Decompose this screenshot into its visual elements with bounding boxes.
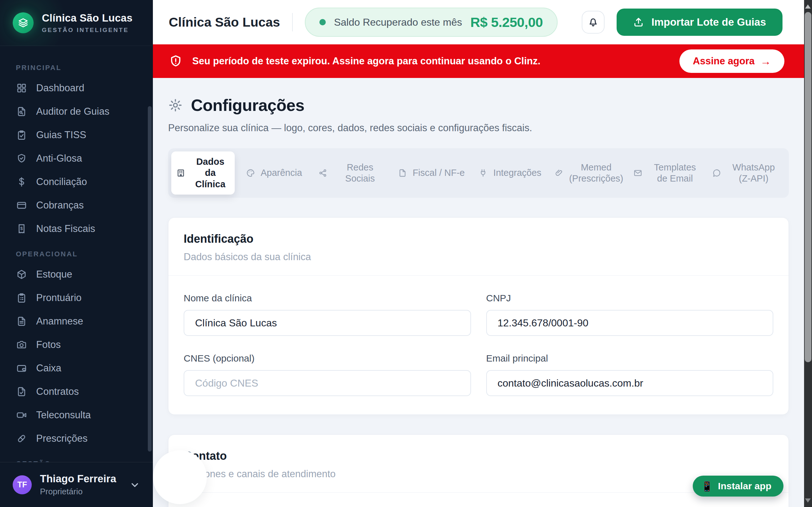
tab-label: WhatsApp (Z-API) [727, 162, 780, 184]
sidebar-item-label: Contratos [36, 386, 79, 397]
sidebar-scrollbar[interactable] [148, 106, 152, 452]
subscribe-now-button[interactable]: Assine agora → [679, 49, 784, 73]
credit-card-icon [16, 200, 27, 211]
tab-memed-prescricoes[interactable]: Memed (Prescrições) [549, 152, 628, 194]
sidebar-item-prontuario[interactable]: Prontuário [0, 286, 153, 309]
sidebar-item-label: Anamnese [36, 316, 83, 327]
tab-label: Redes Sociais [333, 162, 387, 184]
phone-icon: 📱 [701, 481, 713, 492]
status-dot [319, 19, 326, 25]
scroll-down-arrow-icon[interactable] [805, 498, 811, 503]
arrow-right-icon: → [760, 55, 771, 67]
shield-check-icon [16, 153, 27, 164]
layers-icon [17, 17, 29, 29]
card-head: Identificação Dados básicos da sua clíni… [168, 218, 789, 275]
sidebar-item-label: Notas Fiscais [36, 223, 95, 234]
sidebar-item-auditor-de-guias[interactable]: Auditor de Guias [0, 100, 153, 123]
page-head: Configurações [168, 96, 789, 115]
sidebar: Clínica São Lucas GESTÃO INTELIGENTE PRI… [0, 0, 153, 507]
tab-aparencia[interactable]: Aparência [235, 152, 313, 194]
sidebar-item-estoque[interactable]: Estoque [0, 263, 153, 286]
import-batch-button[interactable]: Importar Lote de Guias [617, 9, 782, 36]
decorative-circle [153, 450, 207, 504]
file-icon [398, 169, 408, 177]
paperclip-icon [554, 169, 564, 177]
user-role: Proprietário [40, 487, 116, 497]
camera-icon [16, 339, 27, 350]
sidebar-item-caixa[interactable]: Caixa [0, 356, 153, 380]
main-area: Clínica São Lucas Saldo Recuperado este … [153, 0, 804, 507]
sidebar-item-conciliacao[interactable]: Conciliação [0, 170, 153, 193]
bell-icon [588, 16, 599, 28]
tab-fiscal-nfe[interactable]: Fiscal / NF-e [392, 152, 471, 194]
page-title: Configurações [191, 96, 305, 115]
sidebar-item-fotos[interactable]: Fotos [0, 333, 153, 356]
tab-label: Integrações [493, 167, 542, 178]
tab-integracoes[interactable]: Integrações [471, 152, 549, 194]
sidebar-item-anamnese[interactable]: Anamnese [0, 309, 153, 333]
chevron-down-icon[interactable] [130, 480, 140, 490]
field-cnpj: CNPJ [486, 293, 774, 336]
file-text-icon [16, 316, 27, 327]
field-nome-da-clinica: Nome da clínica [184, 293, 471, 336]
tab-redes-sociais[interactable]: Redes Sociais [313, 152, 392, 194]
sidebar-item-label: Cobranças [36, 200, 84, 211]
card-subtitle: Telefones e canais de atendimento [184, 468, 773, 480]
dollar-icon [16, 176, 27, 187]
trial-message: Seu período de teste expirou. Assine ago… [192, 55, 541, 67]
sidebar-item-label: Estoque [36, 269, 72, 280]
tab-label: Fiscal / NF-e [413, 167, 465, 178]
tab-templates-de-email[interactable]: Templates de Email [628, 152, 707, 194]
field-cnes: CNES (opcional) [184, 353, 471, 396]
scrollbar-thumb[interactable] [805, 12, 811, 362]
brand-logo [13, 12, 34, 33]
settings-content: Configurações Personalize sua clínica — … [153, 78, 804, 507]
shield-alert-icon [169, 54, 183, 68]
tab-whatsapp-zapi[interactable]: WhatsApp (Z-API) [707, 152, 786, 194]
cnes-input[interactable] [184, 370, 471, 396]
card-body: Nome da clínica CNPJ CNES (opcional) Ema… [168, 276, 789, 414]
nav-section-gestao: GESTÃO [0, 450, 153, 462]
user-panel[interactable]: TF Thiago Ferreira Proprietário [0, 462, 153, 507]
sidebar-item-notas-fiscais[interactable]: $ Notas Fiscais [0, 217, 153, 240]
tab-label: Memed (Prescrições) [569, 162, 623, 184]
page-subtitle: Personalize sua clínica — logo, cores, d… [168, 122, 789, 134]
email-input[interactable] [486, 370, 774, 396]
field-label: CNES (opcional) [184, 353, 471, 364]
sidebar-item-dashboard[interactable]: Dashboard [0, 76, 153, 100]
tab-dados-da-clinica[interactable]: Dados da Clínica [171, 152, 235, 194]
sidebar-item-guias-tiss[interactable]: Guias TISS [0, 123, 153, 147]
page-scrollbar[interactable] [804, 0, 812, 507]
nav-section-principal: PRINCIPAL [0, 54, 153, 76]
card-title: Identificação [184, 232, 773, 245]
subscribe-label: Assine agora [693, 55, 755, 67]
sidebar-item-anti-glosa[interactable]: Anti-Glosa [0, 147, 153, 170]
sidebar-item-prescricoes[interactable]: Prescrições [0, 427, 153, 450]
sidebar-item-teleconsulta[interactable]: Teleconsulta [0, 403, 153, 427]
sidebar-item-label: Fotos [36, 339, 61, 350]
dashboard-icon [16, 82, 27, 94]
scroll-up-arrow-icon[interactable] [805, 4, 811, 9]
chat-icon [712, 169, 722, 177]
mail-icon [633, 169, 643, 177]
sidebar-item-label: Caixa [36, 362, 61, 374]
sidebar-item-cobrancas[interactable]: Cobranças [0, 193, 153, 217]
brand-tagline: GESTÃO INTELIGENTE [42, 26, 133, 34]
saldo-value: R$ 5.250,00 [470, 14, 543, 30]
sidebar-item-label: Prescrições [36, 433, 88, 444]
wallet-icon [16, 362, 27, 374]
clinic-name-input[interactable] [184, 310, 471, 336]
sidebar-item-label: Guias TISS [36, 129, 86, 141]
sidebar-item-contratos[interactable]: Contratos [0, 380, 153, 403]
install-app-button[interactable]: 📱 Instalar app [693, 475, 783, 497]
trial-expired-banner: Seu período de teste expirou. Assine ago… [153, 44, 804, 78]
notifications-button[interactable] [582, 11, 605, 34]
card-body: Telefone fixo WhatsApp [168, 493, 789, 507]
import-batch-label: Importar Lote de Guias [652, 16, 766, 28]
card-title: Contato [184, 449, 773, 463]
clipboard-check-icon [16, 129, 27, 141]
avatar: TF [13, 475, 32, 494]
file-check-icon [16, 386, 27, 397]
video-icon [16, 409, 27, 421]
cnpj-input[interactable] [486, 310, 774, 336]
